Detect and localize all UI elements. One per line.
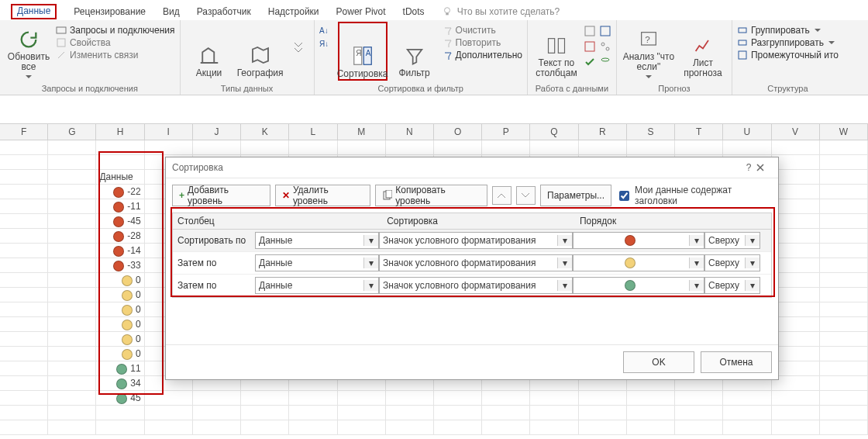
cell[interactable]: -11 xyxy=(96,199,144,214)
cell[interactable] xyxy=(723,420,771,435)
cell[interactable] xyxy=(482,420,530,435)
tab-view[interactable]: Вид xyxy=(163,6,180,17)
cell[interactable] xyxy=(48,391,96,406)
cell[interactable] xyxy=(530,420,578,435)
cell[interactable] xyxy=(579,406,627,420)
cell[interactable] xyxy=(820,155,868,170)
cell[interactable]: 0 xyxy=(96,332,144,347)
cell[interactable] xyxy=(530,391,578,406)
cell[interactable] xyxy=(0,317,48,332)
col-header-G[interactable]: G xyxy=(48,124,96,140)
cell[interactable] xyxy=(0,361,48,376)
stocks-button[interactable]: Акции xyxy=(185,22,233,79)
cell[interactable] xyxy=(482,406,530,420)
move-up-button[interactable] xyxy=(492,186,512,205)
col-header-N[interactable]: N xyxy=(386,124,434,140)
cell[interactable]: 0 xyxy=(96,302,144,317)
cell[interactable]: 0 xyxy=(96,288,144,302)
cell[interactable] xyxy=(48,332,96,347)
col-header-S[interactable]: S xyxy=(627,124,675,140)
cell[interactable] xyxy=(338,406,386,420)
cell[interactable] xyxy=(338,140,386,155)
whatif-button[interactable]: ? Анализ "что если" xyxy=(622,22,676,79)
cell[interactable] xyxy=(0,244,48,258)
cell[interactable] xyxy=(675,140,723,155)
icon-select[interactable]: ▾ xyxy=(573,232,704,249)
properties-button[interactable]: Свойства xyxy=(56,37,175,48)
cell[interactable] xyxy=(48,140,96,155)
cell[interactable] xyxy=(820,258,868,273)
cell[interactable] xyxy=(772,140,820,155)
cell[interactable] xyxy=(0,347,48,361)
tab-review[interactable]: Рецензирование xyxy=(74,6,146,17)
move-down-button[interactable] xyxy=(516,186,536,205)
add-level-button[interactable]: +Добавить уровень xyxy=(172,185,270,206)
cell[interactable] xyxy=(820,140,868,155)
cell[interactable] xyxy=(820,347,868,361)
cell[interactable] xyxy=(193,420,241,435)
cell[interactable] xyxy=(241,406,289,420)
cell[interactable] xyxy=(820,361,868,376)
col-header-K[interactable]: K xyxy=(241,124,289,140)
cell[interactable]: -14 xyxy=(96,244,144,258)
clear-filter-button[interactable]: Очистить xyxy=(442,25,522,36)
cell[interactable] xyxy=(48,347,96,361)
cell[interactable] xyxy=(820,185,868,199)
sort-options-button[interactable]: Параметры... xyxy=(540,185,611,206)
text-to-columns-button[interactable]: Текст по столбцам xyxy=(532,22,580,79)
cell[interactable] xyxy=(0,185,48,199)
subtotal-button[interactable]: Промежуточный ито xyxy=(737,50,839,60)
sort-asc-button[interactable]: А↓ xyxy=(319,25,332,36)
cell[interactable] xyxy=(820,332,868,347)
cell[interactable] xyxy=(723,406,771,420)
cell[interactable] xyxy=(434,406,482,420)
cell[interactable] xyxy=(530,406,578,420)
cell[interactable] xyxy=(386,406,434,420)
cell[interactable] xyxy=(96,155,144,170)
data-validation-button[interactable] xyxy=(584,56,596,68)
cell[interactable] xyxy=(48,288,96,302)
remove-dup-button[interactable] xyxy=(584,40,596,53)
cell[interactable] xyxy=(289,391,337,406)
col-header-J[interactable]: J xyxy=(193,124,241,140)
cell[interactable] xyxy=(48,155,96,170)
cell[interactable] xyxy=(48,170,96,185)
icon-select[interactable]: ▾ xyxy=(573,277,704,294)
dialog-close-button[interactable] xyxy=(756,164,772,171)
cell[interactable] xyxy=(145,420,193,435)
cell[interactable] xyxy=(0,170,48,185)
cell[interactable] xyxy=(0,258,48,273)
cell[interactable] xyxy=(48,302,96,317)
tell-me[interactable]: Что вы хотите сделать? xyxy=(442,6,560,17)
sort-desc-button[interactable]: Я↓ xyxy=(319,38,332,49)
cell[interactable] xyxy=(96,420,144,435)
cell[interactable] xyxy=(241,420,289,435)
sorton-select[interactable]: Значок условного форматирования▾ xyxy=(379,232,573,249)
cell[interactable] xyxy=(289,140,337,155)
cell[interactable] xyxy=(338,391,386,406)
cell[interactable] xyxy=(820,391,868,406)
cell[interactable] xyxy=(48,361,96,376)
cell[interactable] xyxy=(820,406,868,420)
cell[interactable] xyxy=(627,140,675,155)
headers-checkbox[interactable]: Мои данные содержат заголовки xyxy=(616,185,772,206)
column-select[interactable]: Данные▾ xyxy=(255,254,379,271)
cell[interactable]: 34 xyxy=(96,376,144,391)
cell[interactable] xyxy=(0,229,48,244)
col-header-L[interactable]: L xyxy=(289,124,337,140)
cell[interactable] xyxy=(338,420,386,435)
cell[interactable] xyxy=(434,140,482,155)
cell[interactable] xyxy=(772,406,820,420)
cell[interactable] xyxy=(96,406,144,420)
tab-developer[interactable]: Разработчик xyxy=(197,6,251,17)
sort-dialog-button[interactable]: ЯА Сортировка xyxy=(338,22,388,81)
col-header-M[interactable]: M xyxy=(338,124,386,140)
col-header-Q[interactable]: Q xyxy=(530,124,578,140)
cell[interactable] xyxy=(772,391,820,406)
geography-button[interactable]: География xyxy=(236,22,284,79)
refresh-all-button[interactable]: Обновить все xyxy=(5,22,53,79)
cell[interactable] xyxy=(48,244,96,258)
forecast-sheet-button[interactable]: Лист прогноза xyxy=(679,22,727,79)
cell[interactable] xyxy=(48,273,96,288)
cell[interactable] xyxy=(820,317,868,332)
